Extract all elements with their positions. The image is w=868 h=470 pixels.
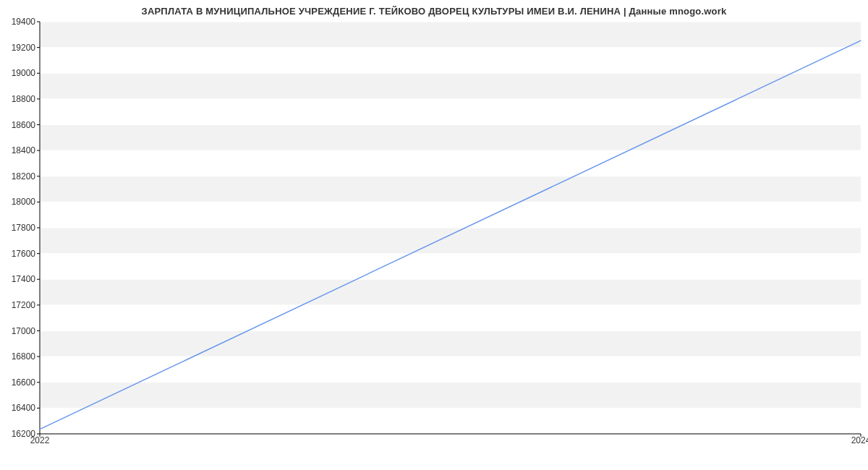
svg-rect-1 [40, 383, 861, 409]
y-tick-label: 17800 [4, 223, 35, 233]
y-tick-label: 17000 [4, 326, 35, 336]
y-tick-label: 17400 [4, 274, 35, 284]
svg-rect-3 [40, 331, 861, 357]
svg-rect-4 [40, 305, 861, 331]
svg-rect-14 [40, 48, 861, 74]
y-tick-label: 19200 [4, 43, 35, 53]
y-tick-label: 18200 [4, 171, 35, 181]
svg-rect-5 [40, 279, 861, 305]
svg-rect-12 [40, 99, 861, 125]
y-tick-label: 16400 [4, 403, 35, 413]
y-tick-label: 16600 [4, 377, 35, 388]
x-tick-label: 2022 [30, 435, 50, 445]
y-tick-label: 17200 [4, 300, 35, 310]
svg-rect-9 [40, 176, 861, 202]
y-tick-label: 18800 [4, 94, 35, 104]
chart-container: ЗАРПЛАТА В МУНИЦИПАЛЬНОЕ УЧРЕЖДЕНИЕ Г. Т… [0, 0, 868, 470]
svg-rect-6 [40, 254, 861, 280]
svg-rect-0 [40, 408, 861, 434]
chart-title: ЗАРПЛАТА В МУНИЦИПАЛЬНОЕ УЧРЕЖДЕНИЕ Г. Т… [0, 6, 868, 17]
chart-svg [40, 22, 861, 434]
svg-rect-15 [40, 22, 861, 48]
y-tick-label: 16800 [4, 351, 35, 362]
y-tick-label: 18000 [4, 197, 35, 207]
svg-rect-10 [40, 150, 861, 176]
svg-rect-2 [40, 356, 861, 383]
y-tick-label: 18600 [4, 120, 35, 130]
y-tick-label: 19000 [4, 68, 35, 78]
plot-area [40, 22, 861, 434]
y-tick-label: 17600 [4, 249, 35, 259]
y-tick-label: 19400 [4, 17, 35, 27]
svg-rect-8 [40, 202, 861, 228]
svg-rect-11 [40, 125, 861, 151]
y-tick-label: 18400 [4, 145, 35, 155]
svg-rect-7 [40, 228, 861, 254]
svg-rect-13 [40, 73, 861, 99]
x-tick-label: 2024 [851, 435, 868, 445]
